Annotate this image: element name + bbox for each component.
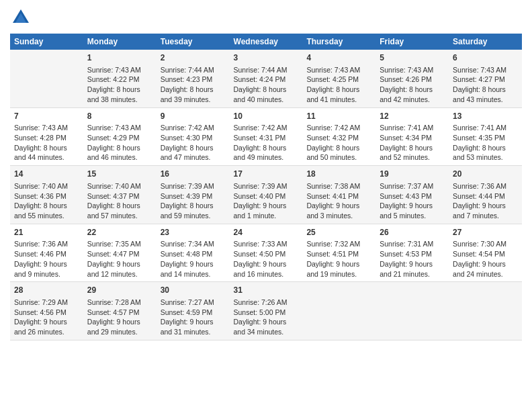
day-number: 8 (87, 111, 152, 122)
day-number: 29 (87, 285, 152, 296)
cell-content: Sunrise: 7:44 AM Sunset: 4:23 PM Dayligh… (161, 65, 226, 105)
cell-content: Sunrise: 7:40 AM Sunset: 4:36 PM Dayligh… (14, 181, 79, 221)
day-number: 14 (14, 169, 79, 180)
cell-content: Sunrise: 7:43 AM Sunset: 4:25 PM Dayligh… (306, 65, 371, 105)
day-number: 25 (306, 227, 371, 238)
calendar-cell: 7Sunrise: 7:43 AM Sunset: 4:28 PM Daylig… (10, 107, 83, 166)
cell-content: Sunrise: 7:38 AM Sunset: 4:41 PM Dayligh… (306, 181, 371, 221)
cell-content: Sunrise: 7:44 AM Sunset: 4:24 PM Dayligh… (234, 65, 299, 105)
day-number: 27 (453, 227, 518, 238)
cell-content: Sunrise: 7:43 AM Sunset: 4:26 PM Dayligh… (380, 65, 445, 105)
calendar-cell: 17Sunrise: 7:39 AM Sunset: 4:40 PM Dayli… (230, 166, 303, 224)
calendar-cell (449, 282, 522, 340)
calendar-cell: 16Sunrise: 7:39 AM Sunset: 4:39 PM Dayli… (157, 166, 230, 224)
day-number: 26 (380, 227, 445, 238)
calendar-cell: 10Sunrise: 7:42 AM Sunset: 4:31 PM Dayli… (230, 107, 303, 166)
calendar-cell: 2Sunrise: 7:44 AM Sunset: 4:23 PM Daylig… (157, 50, 230, 107)
day-number: 4 (306, 52, 371, 64)
day-number: 30 (161, 285, 226, 296)
cell-content: Sunrise: 7:28 AM Sunset: 4:57 PM Dayligh… (87, 298, 152, 337)
logo (10, 7, 34, 28)
day-number: 15 (87, 169, 152, 180)
cell-content: Sunrise: 7:33 AM Sunset: 4:50 PM Dayligh… (234, 239, 299, 279)
cell-content: Sunrise: 7:42 AM Sunset: 4:32 PM Dayligh… (306, 123, 371, 163)
day-number: 3 (234, 52, 299, 64)
calendar-table: SundayMondayTuesdayWednesdayThursdayFrid… (10, 34, 522, 340)
cell-content: Sunrise: 7:34 AM Sunset: 4:48 PM Dayligh… (161, 239, 226, 279)
calendar-cell: 25Sunrise: 7:32 AM Sunset: 4:51 PM Dayli… (302, 224, 375, 282)
week-row-1: 1Sunrise: 7:43 AM Sunset: 4:22 PM Daylig… (10, 50, 522, 107)
cell-content: Sunrise: 7:32 AM Sunset: 4:51 PM Dayligh… (306, 239, 371, 279)
day-number: 21 (14, 227, 79, 238)
calendar-cell: 9Sunrise: 7:42 AM Sunset: 4:30 PM Daylig… (157, 107, 230, 166)
cell-content: Sunrise: 7:27 AM Sunset: 4:59 PM Dayligh… (161, 298, 226, 337)
cell-content: Sunrise: 7:39 AM Sunset: 4:40 PM Dayligh… (234, 181, 299, 221)
cell-content: Sunrise: 7:31 AM Sunset: 4:53 PM Dayligh… (380, 239, 445, 279)
cell-content: Sunrise: 7:36 AM Sunset: 4:44 PM Dayligh… (453, 181, 518, 221)
day-number: 11 (306, 111, 371, 122)
day-header-thursday: Thursday (302, 34, 375, 50)
day-header-monday: Monday (83, 34, 157, 50)
week-row-5: 28Sunrise: 7:29 AM Sunset: 4:56 PM Dayli… (10, 282, 522, 340)
day-number: 2 (161, 52, 226, 64)
calendar-cell: 8Sunrise: 7:43 AM Sunset: 4:29 PM Daylig… (83, 107, 157, 166)
calendar-cell: 23Sunrise: 7:34 AM Sunset: 4:48 PM Dayli… (157, 224, 230, 282)
main-container: SundayMondayTuesdayWednesdayThursdayFrid… (0, 0, 532, 347)
day-number: 18 (306, 169, 371, 180)
cell-content: Sunrise: 7:43 AM Sunset: 4:27 PM Dayligh… (453, 65, 518, 105)
cell-content: Sunrise: 7:35 AM Sunset: 4:47 PM Dayligh… (87, 239, 152, 279)
calendar-cell: 12Sunrise: 7:41 AM Sunset: 4:34 PM Dayli… (375, 107, 449, 166)
calendar-cell: 13Sunrise: 7:41 AM Sunset: 4:35 PM Dayli… (449, 107, 522, 166)
day-header-wednesday: Wednesday (230, 34, 303, 50)
day-number: 22 (87, 227, 152, 238)
calendar-cell: 22Sunrise: 7:35 AM Sunset: 4:47 PM Dayli… (83, 224, 157, 282)
week-row-4: 21Sunrise: 7:36 AM Sunset: 4:46 PM Dayli… (10, 224, 522, 282)
day-number: 1 (87, 52, 152, 64)
calendar-cell: 18Sunrise: 7:38 AM Sunset: 4:41 PM Dayli… (302, 166, 375, 224)
day-number: 9 (161, 111, 226, 122)
day-number: 6 (453, 52, 518, 64)
day-number: 7 (14, 111, 79, 122)
calendar-cell: 28Sunrise: 7:29 AM Sunset: 4:56 PM Dayli… (10, 282, 83, 340)
cell-content: Sunrise: 7:37 AM Sunset: 4:43 PM Dayligh… (380, 181, 445, 221)
calendar-cell (302, 282, 375, 340)
day-header-friday: Friday (375, 34, 449, 50)
day-number: 10 (234, 111, 299, 122)
calendar-cell: 14Sunrise: 7:40 AM Sunset: 4:36 PM Dayli… (10, 166, 83, 224)
day-header-sunday: Sunday (10, 34, 83, 50)
week-row-2: 7Sunrise: 7:43 AM Sunset: 4:28 PM Daylig… (10, 107, 522, 166)
calendar-cell: 29Sunrise: 7:28 AM Sunset: 4:57 PM Dayli… (83, 282, 157, 340)
cell-content: Sunrise: 7:41 AM Sunset: 4:34 PM Dayligh… (380, 123, 445, 163)
day-number: 13 (453, 111, 518, 122)
cell-content: Sunrise: 7:41 AM Sunset: 4:35 PM Dayligh… (453, 123, 518, 163)
calendar-cell: 15Sunrise: 7:40 AM Sunset: 4:37 PM Dayli… (83, 166, 157, 224)
cell-content: Sunrise: 7:26 AM Sunset: 5:00 PM Dayligh… (234, 298, 299, 337)
page-header (10, 7, 522, 28)
calendar-cell: 24Sunrise: 7:33 AM Sunset: 4:50 PM Dayli… (230, 224, 303, 282)
week-row-3: 14Sunrise: 7:40 AM Sunset: 4:36 PM Dayli… (10, 166, 522, 224)
cell-content: Sunrise: 7:29 AM Sunset: 4:56 PM Dayligh… (14, 298, 79, 337)
day-number: 16 (161, 169, 226, 180)
calendar-cell: 6Sunrise: 7:43 AM Sunset: 4:27 PM Daylig… (449, 50, 522, 107)
day-number: 31 (234, 285, 299, 296)
calendar-cell: 11Sunrise: 7:42 AM Sunset: 4:32 PM Dayli… (302, 107, 375, 166)
cell-content: Sunrise: 7:36 AM Sunset: 4:46 PM Dayligh… (14, 239, 79, 279)
calendar-cell: 4Sunrise: 7:43 AM Sunset: 4:25 PM Daylig… (302, 50, 375, 107)
cell-content: Sunrise: 7:42 AM Sunset: 4:31 PM Dayligh… (234, 123, 299, 163)
cell-content: Sunrise: 7:43 AM Sunset: 4:22 PM Dayligh… (87, 65, 152, 105)
day-number: 17 (234, 169, 299, 180)
calendar-cell (375, 282, 449, 340)
day-number: 5 (380, 52, 445, 64)
logo-icon (10, 7, 32, 28)
day-number: 20 (453, 169, 518, 180)
calendar-cell: 5Sunrise: 7:43 AM Sunset: 4:26 PM Daylig… (375, 50, 449, 107)
header-row: SundayMondayTuesdayWednesdayThursdayFrid… (10, 34, 522, 50)
cell-content: Sunrise: 7:43 AM Sunset: 4:29 PM Dayligh… (87, 123, 152, 163)
cell-content: Sunrise: 7:30 AM Sunset: 4:54 PM Dayligh… (453, 239, 518, 279)
calendar-cell: 26Sunrise: 7:31 AM Sunset: 4:53 PM Dayli… (375, 224, 449, 282)
cell-content: Sunrise: 7:43 AM Sunset: 4:28 PM Dayligh… (14, 123, 79, 163)
calendar-cell: 3Sunrise: 7:44 AM Sunset: 4:24 PM Daylig… (230, 50, 303, 107)
calendar-cell: 19Sunrise: 7:37 AM Sunset: 4:43 PM Dayli… (375, 166, 449, 224)
calendar-cell: 31Sunrise: 7:26 AM Sunset: 5:00 PM Dayli… (230, 282, 303, 340)
day-header-saturday: Saturday (449, 34, 522, 50)
